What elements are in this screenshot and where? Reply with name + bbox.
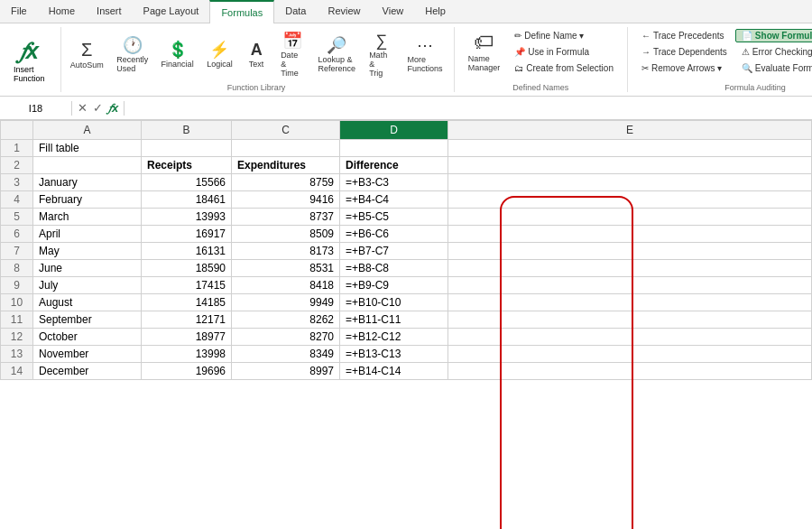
- spreadsheet-container[interactable]: A B C D E 1 Fill table: [0, 120, 812, 529]
- formula-input[interactable]: [125, 100, 812, 116]
- cell-b7[interactable]: 16131: [142, 243, 232, 260]
- col-header-d[interactable]: D: [340, 121, 448, 140]
- cell-c2[interactable]: Expenditures: [232, 157, 340, 174]
- cell-e2[interactable]: [448, 157, 812, 174]
- cell-d13[interactable]: =+B13-C13: [340, 346, 448, 363]
- cell-a10[interactable]: August: [33, 294, 142, 311]
- cell-c10[interactable]: 9949: [232, 294, 340, 311]
- name-manager-button[interactable]: 🏷 NameManager: [462, 27, 507, 76]
- cell-e11[interactable]: [448, 311, 812, 329]
- cell-d3[interactable]: =+B3-C3: [340, 174, 448, 191]
- cell-e1[interactable]: [448, 140, 812, 157]
- cell-b9[interactable]: 17415: [142, 277, 232, 294]
- cell-d1[interactable]: [340, 140, 448, 157]
- cell-a6[interactable]: April: [33, 226, 142, 243]
- cell-a3[interactable]: January: [33, 174, 142, 191]
- cell-e5[interactable]: [448, 209, 812, 226]
- cell-c9[interactable]: 8418: [232, 277, 340, 294]
- tab-view[interactable]: View: [372, 0, 415, 23]
- cell-a4[interactable]: February: [33, 191, 142, 209]
- col-header-b[interactable]: B: [142, 121, 232, 140]
- autosum-button[interactable]: Σ AutoSum: [65, 36, 109, 73]
- cell-e8[interactable]: [448, 260, 812, 277]
- cell-d5[interactable]: =+B5-C5: [340, 209, 448, 226]
- cell-a5[interactable]: March: [33, 209, 142, 226]
- lookup-ref-button[interactable]: 🔎 Lookup &Reference: [312, 32, 361, 77]
- insert-function-button[interactable]: 𝑓x InsertFunction: [5, 32, 53, 88]
- remove-arrows-button[interactable]: ✂ Remove Arrows ▾: [635, 61, 734, 75]
- cell-b11[interactable]: 12171: [142, 311, 232, 329]
- math-trig-button[interactable]: ∑ Math &Trig: [363, 28, 400, 81]
- cell-d8[interactable]: =+B8-C8: [340, 260, 448, 277]
- cell-a14[interactable]: December: [33, 363, 142, 380]
- cell-e3[interactable]: [448, 174, 812, 191]
- financial-button[interactable]: 💲 Financial: [155, 36, 198, 72]
- cell-e7[interactable]: [448, 243, 812, 260]
- cell-d6[interactable]: =+B6-C6: [340, 226, 448, 243]
- col-header-c[interactable]: C: [232, 121, 340, 140]
- cell-e13[interactable]: [448, 346, 812, 363]
- cell-c1[interactable]: [232, 140, 340, 157]
- trace-dependents-button[interactable]: → Trace Dependents: [635, 45, 734, 59]
- define-name-button[interactable]: ✏ Define Name ▾: [508, 29, 620, 42]
- trace-precedents-button[interactable]: ← Trace Precedents: [635, 29, 734, 42]
- cell-e4[interactable]: [448, 191, 812, 209]
- cell-a9[interactable]: July: [33, 277, 142, 294]
- cell-b5[interactable]: 13993: [142, 209, 232, 226]
- formula-fx-icon[interactable]: 𝑓x: [108, 101, 118, 116]
- cell-c6[interactable]: 8509: [232, 226, 340, 243]
- cell-b8[interactable]: 18590: [142, 260, 232, 277]
- cell-e10[interactable]: [448, 294, 812, 311]
- cell-e12[interactable]: [448, 329, 812, 346]
- cell-c12[interactable]: 8270: [232, 329, 340, 346]
- cell-b12[interactable]: 18977: [142, 329, 232, 346]
- tab-file[interactable]: File: [0, 0, 38, 23]
- logical-button[interactable]: ⚡ Logical: [201, 36, 238, 72]
- cell-b3[interactable]: 15566: [142, 174, 232, 191]
- cell-c3[interactable]: 8759: [232, 174, 340, 191]
- cell-e9[interactable]: [448, 277, 812, 294]
- more-functions-button[interactable]: ⋯ MoreFunctions: [401, 32, 448, 77]
- cell-d11[interactable]: =+B11-C11: [340, 311, 448, 329]
- date-time-button[interactable]: 📅 Date &Time: [274, 27, 310, 81]
- cell-a8[interactable]: June: [33, 260, 142, 277]
- show-formulas-button[interactable]: 📄 Show Formulas: [735, 29, 812, 42]
- cell-d14[interactable]: =+B14-C14: [340, 363, 448, 380]
- tab-review[interactable]: Review: [317, 0, 371, 23]
- tab-help[interactable]: Help: [414, 0, 457, 23]
- cell-e14[interactable]: [448, 363, 812, 380]
- cell-b14[interactable]: 19696: [142, 363, 232, 380]
- cell-c5[interactable]: 8737: [232, 209, 340, 226]
- cell-c7[interactable]: 8173: [232, 243, 340, 260]
- cell-a12[interactable]: October: [33, 329, 142, 346]
- cell-d12[interactable]: =+B12-C12: [340, 329, 448, 346]
- cell-b4[interactable]: 18461: [142, 191, 232, 209]
- tab-data[interactable]: Data: [274, 0, 317, 23]
- col-header-a[interactable]: A: [33, 121, 142, 140]
- col-header-e[interactable]: E: [448, 121, 812, 140]
- cell-a13[interactable]: November: [33, 346, 142, 363]
- use-in-formula-button[interactable]: 📌 Use in Formula: [508, 45, 620, 59]
- cell-d9[interactable]: =+B9-C9: [340, 277, 448, 294]
- cell-a1[interactable]: Fill table: [33, 140, 142, 157]
- evaluate-formula-button[interactable]: 🔍 Evaluate Formula: [735, 61, 812, 75]
- cell-d7[interactable]: =+B7-C7: [340, 243, 448, 260]
- cell-a7[interactable]: May: [33, 243, 142, 260]
- cell-d10[interactable]: =+B10-C10: [340, 294, 448, 311]
- cell-d4[interactable]: =+B4-C4: [340, 191, 448, 209]
- cell-e6[interactable]: [448, 226, 812, 243]
- cell-b6[interactable]: 16917: [142, 226, 232, 243]
- tab-page-layout[interactable]: Page Layout: [133, 0, 210, 23]
- name-box[interactable]: I18: [0, 101, 72, 116]
- error-checking-button[interactable]: ⚠ Error Checking ▾: [735, 45, 812, 59]
- tab-insert[interactable]: Insert: [86, 0, 133, 23]
- recently-used-button[interactable]: 🕐 RecentlyUsed: [111, 32, 153, 77]
- create-from-selection-button[interactable]: 🗂 Create from Selection: [508, 61, 620, 75]
- cell-a2[interactable]: [33, 157, 142, 174]
- cell-a11[interactable]: September: [33, 311, 142, 329]
- cell-b10[interactable]: 14185: [142, 294, 232, 311]
- cancel-icon[interactable]: ✕: [78, 101, 88, 115]
- cell-c13[interactable]: 8349: [232, 346, 340, 363]
- cell-b13[interactable]: 13998: [142, 346, 232, 363]
- tab-home[interactable]: Home: [38, 0, 86, 23]
